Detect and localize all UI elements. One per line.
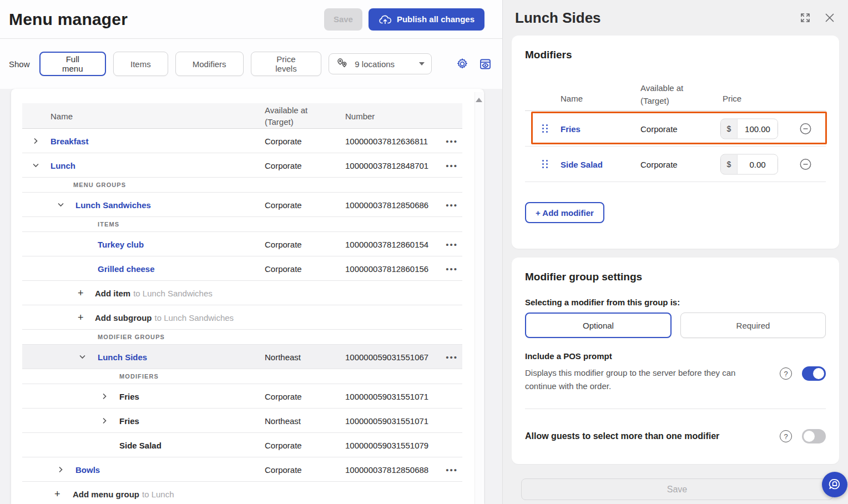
modifiers-heading: Modifiers (525, 49, 826, 61)
price-input[interactable] (738, 119, 778, 138)
scroll-up-arrow-icon[interactable] (476, 98, 482, 102)
tab-full-menu[interactable]: Full menu (39, 52, 106, 76)
modifier-rows: FriesCorporate$Side SaladCorporate$ (525, 111, 826, 182)
row-actions-menu-icon[interactable]: ••• (446, 200, 458, 209)
row-number: 100000037812850688 (345, 465, 428, 474)
preview-eye-icon[interactable] (477, 56, 493, 72)
row-name-link[interactable]: Breakfast (51, 136, 88, 145)
modifiers-card: Modifiers Name Available at (Target) Pri… (512, 36, 839, 249)
row-number: 100000059031551071 (345, 391, 428, 401)
panel-title: Lunch Sides (515, 9, 601, 27)
multi-select-label: Allow guests to select more than one mod… (525, 431, 719, 441)
modifier-name-link[interactable]: Fries (561, 124, 581, 133)
row-name-link[interactable]: Turkey club (98, 239, 144, 249)
vertical-scrollbar[interactable] (475, 92, 483, 504)
table-row[interactable]: Lunch SidesNortheast100000059031551067••… (22, 345, 462, 369)
table-row[interactable]: FriesNortheast100000059031551071 (22, 409, 462, 433)
row-name-link[interactable]: Lunch Sandwiches (75, 200, 151, 209)
row-number: 100000059031551079 (345, 440, 428, 450)
modifier-row[interactable]: Side SaladCorporate$ (525, 147, 826, 182)
chevron-right-icon[interactable] (101, 392, 108, 400)
table-row[interactable]: FriesCorporate100000059031551071 (22, 384, 462, 409)
row-actions-menu-icon[interactable]: ••• (446, 465, 458, 474)
add-modifier-button[interactable]: + Add modifier (525, 202, 604, 223)
chevron-down-icon[interactable] (32, 162, 39, 169)
settings-heading: Modifier group settings (525, 271, 826, 283)
toggle-knob (804, 431, 815, 442)
locations-value: 9 locations (355, 59, 414, 69)
chevron-right-icon[interactable] (32, 137, 39, 144)
section-label-row: ITEMS (22, 217, 462, 232)
chevron-right-icon[interactable] (57, 466, 64, 473)
required-button[interactable]: Required (680, 313, 826, 338)
remove-modifier-button[interactable] (799, 122, 812, 135)
optional-button[interactable]: Optional (525, 313, 672, 338)
add-row[interactable]: +Add subgroupto Lunch Sandwiches (22, 305, 462, 330)
modifier-row[interactable]: FriesCorporate$ (525, 111, 826, 147)
optional-required-segment: OptionalRequired (525, 313, 826, 338)
table-row[interactable]: LunchCorporate100000037812848701••• (22, 153, 462, 178)
row-available: Corporate (265, 391, 302, 401)
row-name-link[interactable]: Bowls (75, 465, 100, 474)
drag-handle-icon[interactable] (542, 160, 548, 169)
toggle-knob (813, 368, 824, 379)
table-row[interactable]: Side SaladCorporate100000059031551079 (22, 433, 462, 457)
drag-handle-icon[interactable] (542, 124, 548, 133)
chevron-down-icon[interactable] (57, 201, 64, 208)
close-panel-icon[interactable] (822, 11, 837, 25)
section-label-row: MODIFIER GROUPS (22, 330, 462, 345)
price-input[interactable] (738, 154, 778, 174)
table-row[interactable]: Lunch SandwichesCorporate100000037812850… (22, 193, 462, 217)
panel-save-button[interactable]: Save (521, 478, 833, 500)
tab-modifiers[interactable]: Modifiers (175, 52, 244, 76)
chevron-down-icon[interactable] (79, 353, 86, 360)
plus-icon: + (54, 488, 60, 500)
section-label: MODIFIER GROUPS (98, 334, 165, 340)
add-action-label: Add item (95, 288, 130, 298)
locations-dropdown[interactable]: 9 locations (329, 53, 432, 74)
row-available: Corporate (265, 264, 302, 273)
help-icon[interactable]: ? (780, 367, 792, 380)
row-actions-menu-icon[interactable]: ••• (446, 160, 458, 170)
add-row-text: Add subgroupto Lunch Sandwiches (95, 313, 234, 322)
table-row[interactable]: Grilled cheeseCorporate10000003781286015… (22, 256, 462, 281)
row-actions-menu-icon[interactable]: ••• (446, 239, 458, 249)
row-actions-menu-icon[interactable]: ••• (446, 136, 458, 145)
row-actions-menu-icon[interactable]: ••• (446, 264, 458, 273)
main-pane: Menu manager Save Publish all changes Sh… (0, 0, 502, 504)
chevron-right-icon[interactable] (101, 417, 108, 424)
table-row[interactable]: BreakfastCorporate100000037812636811••• (22, 129, 462, 153)
multi-select-toggle[interactable] (802, 429, 826, 443)
page-title: Menu manager (9, 10, 128, 29)
header-actions: Save Publish all changes (324, 8, 484, 31)
row-name-link[interactable]: Grilled cheese (98, 264, 155, 273)
remove-modifier-button[interactable] (799, 158, 812, 170)
section-label-row: MODIFIERS (22, 369, 462, 384)
help-icon[interactable]: ? (780, 430, 792, 442)
row-name-link[interactable]: Lunch (51, 160, 75, 170)
column-header-available: Available at (Target) (265, 104, 307, 128)
row-number: 100000037812860156 (345, 264, 428, 273)
pos-prompt-toggle[interactable] (802, 366, 826, 381)
table-row[interactable]: BowlsCorporate100000037812850688••• (22, 457, 462, 482)
settings-gear-icon[interactable] (455, 56, 470, 72)
expand-panel-icon[interactable] (798, 11, 812, 25)
table-row[interactable]: Turkey clubCorporate100000037812860154••… (22, 232, 462, 256)
add-row[interactable]: +Add menu groupto Lunch (22, 482, 462, 504)
modifier-group-settings-card: Modifier group settings Selecting a modi… (512, 258, 839, 464)
add-action-label: Add menu group (73, 489, 139, 498)
row-name: Fries (119, 416, 139, 425)
column-header-number: Number (345, 110, 375, 122)
save-button[interactable]: Save (324, 8, 362, 31)
tab-price-levels[interactable]: Price levels (251, 52, 322, 76)
row-actions-menu-icon[interactable]: ••• (446, 352, 458, 361)
tab-items[interactable]: Items (113, 52, 168, 76)
modifier-name-link[interactable]: Side Salad (561, 159, 603, 169)
panel-header: Lunch Sides (512, 0, 839, 31)
modifier-available: Corporate (640, 124, 678, 133)
add-row[interactable]: +Add itemto Lunch Sandwiches (22, 281, 462, 305)
column-header-name: Name (51, 110, 73, 122)
row-name-link[interactable]: Lunch Sides (98, 352, 147, 361)
publish-all-changes-button[interactable]: Publish all changes (369, 8, 484, 31)
chat-widget-button[interactable] (822, 472, 847, 497)
